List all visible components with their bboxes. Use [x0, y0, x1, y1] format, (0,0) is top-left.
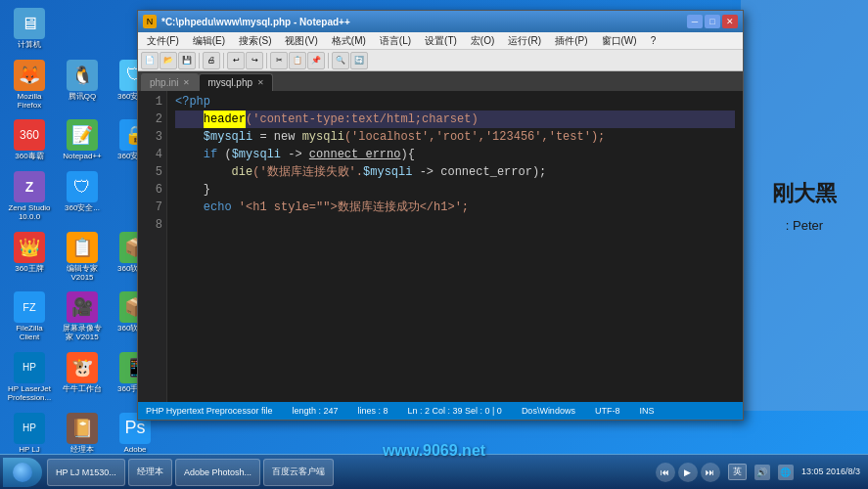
desktop-icon-360w[interactable]: 👑 360王牌: [5, 229, 54, 286]
volume-icon[interactable]: 🔊: [754, 465, 770, 480]
menu-format[interactable]: 格式(M): [326, 33, 372, 49]
desktop-icon-filezilla[interactable]: FZ FileZilla Client: [5, 289, 54, 345]
toolbar-print[interactable]: 🖨: [203, 52, 220, 69]
toolbar-sep-4: [328, 53, 329, 68]
token-mysqli-var-2: $mysqli: [232, 146, 281, 163]
toolbar-find[interactable]: 🔍: [332, 52, 349, 69]
tab-mysqlphp-close[interactable]: ✕: [257, 78, 264, 87]
tab-mysqlphp[interactable]: mysql.php ✕: [199, 73, 273, 91]
menu-settings[interactable]: 设置(T): [419, 33, 463, 49]
taskbar-baidu-label: 百度云客户端: [272, 466, 325, 478]
code-line-3: $mysqli = new mysqli('localhost','root',…: [175, 128, 735, 146]
taskbar-app-jingli[interactable]: 经理本: [128, 459, 172, 486]
token-indent-5: [175, 163, 232, 181]
menu-search[interactable]: 搜索(S): [233, 33, 277, 49]
icon-label-qq: 腾讯QQ: [69, 93, 96, 102]
token-connect-error: connect_error);: [440, 163, 546, 181]
token-mysqli-args: ('localhost','root','123456','test');: [344, 128, 605, 146]
tab-phpini-close[interactable]: ✕: [183, 78, 190, 87]
notepad-app-icon: N: [143, 15, 157, 28]
status-ins: INS: [639, 406, 654, 416]
status-length: length : 247: [292, 406, 338, 416]
toolbar-paste[interactable]: 📌: [307, 52, 325, 69]
start-button[interactable]: [3, 458, 42, 487]
menu-window[interactable]: 窗口(W): [596, 33, 643, 49]
toolbar-replace[interactable]: 🔄: [350, 52, 368, 69]
desktop-icon-computer[interactable]: 🖥 计算机: [5, 5, 54, 53]
desktop-icon-firefox[interactable]: 🦊 Mozilla Firefox: [5, 57, 54, 113]
token-paren-open: (: [217, 146, 231, 163]
network-icon[interactable]: 🌐: [778, 465, 794, 480]
menu-run[interactable]: 运行(R): [502, 33, 547, 49]
taskbar-apps: HP LJ M1530... 经理本 Adobe Photosh... 百度云客…: [47, 459, 656, 486]
desktop-icon-hp-laser[interactable]: HP HP LaserJet Profession...: [5, 349, 54, 406]
desktop-icon-zend[interactable]: Z Zend Studio 10.0.0: [5, 168, 54, 225]
media-next-button[interactable]: ⏭: [701, 463, 720, 482]
token-mysqli-var-3: $mysqli: [363, 163, 412, 181]
code-line-8: [175, 216, 735, 234]
token-eq: = new: [252, 128, 301, 146]
toolbar-save[interactable]: 💾: [178, 52, 196, 69]
toolbar-redo[interactable]: ↪: [246, 52, 263, 69]
close-button[interactable]: ✕: [722, 15, 738, 28]
menu-file[interactable]: 文件(F): [141, 33, 185, 49]
toolbar-open[interactable]: 📂: [160, 52, 177, 69]
toolbar-cut[interactable]: ✂: [270, 52, 288, 69]
status-bar: PHP Hypertext Preprocessor file length :…: [138, 402, 743, 420]
toolbar-undo[interactable]: ↩: [227, 52, 245, 69]
menu-plugin[interactable]: 插件(P): [549, 33, 593, 49]
icon-label-computer: 计算机: [18, 41, 41, 50]
desktop-icon-editor[interactable]: 📋 编辑专家 V2015: [58, 229, 107, 286]
menu-macro[interactable]: 宏(O): [465, 33, 500, 49]
language-toggle[interactable]: 英: [728, 464, 747, 480]
token-echo-kw: echo: [204, 199, 232, 216]
status-lineending: Dos\Windows: [522, 406, 575, 416]
toolbar-copy[interactable]: 📋: [289, 52, 306, 69]
toolbar-sep-1: [199, 53, 200, 68]
right-panel-sub: : Peter: [786, 218, 823, 233]
desktop: 🖥 计算机 🦊 Mozilla Firefox 🐧 腾讯QQ 🛡 360安全..…: [0, 0, 868, 489]
status-lines: lines : 8: [357, 406, 388, 416]
tab-phpini[interactable]: php.ini ✕: [141, 73, 199, 91]
menu-view[interactable]: 视图(V): [279, 33, 323, 49]
token-connect-errno: connect_errno: [309, 146, 401, 163]
icon-label-zend: Zend Studio 10.0.0: [8, 204, 51, 222]
desktop-icon-notepad[interactable]: 📝 Notepad++: [58, 116, 107, 164]
desktop-icon-qq[interactable]: 🐧 腾讯QQ: [58, 57, 107, 113]
status-filetype: PHP Hypertext Preprocessor file: [146, 406, 272, 416]
menu-help[interactable]: ?: [645, 34, 662, 47]
token-die-str: ('数据库连接失败'.: [252, 163, 363, 181]
right-panel-title: 刚大黑: [772, 179, 837, 208]
desktop-icon-360-2[interactable]: 360 360毒霸: [5, 116, 54, 164]
code-line-6: }: [175, 181, 735, 199]
taskbar-app-baidu[interactable]: 百度云客户端: [263, 459, 334, 486]
menu-language[interactable]: 语言(L): [374, 33, 417, 49]
desktop-icon-niuniu[interactable]: 🐮 牛牛工作台: [58, 349, 107, 406]
status-cursor: Ln : 2 Col : 39 Sel : 0 | 0: [407, 406, 501, 416]
toolbar-sep-2: [223, 53, 224, 68]
token-arrow-2: ->: [412, 163, 440, 181]
desktop-icon-screen-rec[interactable]: 🎥 屏幕录像专家 V2015: [58, 289, 107, 345]
title-bar: N *C:\phpedu\www\mysql.php - Notepad++ ─…: [138, 11, 743, 32]
taskbar-app-hp[interactable]: HP LJ M1530...: [47, 459, 125, 486]
desktop-icon-360-4[interactable]: 🛡 360安全...: [58, 168, 107, 225]
icon-label-filezilla: FileZilla Client: [8, 325, 51, 342]
notepad-window: N *C:\phpedu\www\mysql.php - Notepad++ ─…: [137, 10, 744, 421]
start-orb: [13, 463, 32, 482]
icon-label-hp-laser: HP LaserJet Profession...: [8, 385, 51, 403]
toolbar-new[interactable]: 📄: [141, 52, 159, 69]
maximize-button[interactable]: □: [705, 15, 720, 28]
code-editor[interactable]: 1 2 3 4 5 6 7 8 <?php header('content-ty…: [138, 91, 743, 402]
code-content[interactable]: <?php header('content-type:text/html;cha…: [167, 91, 743, 402]
taskbar-right: 英 🔊 🌐 13:05 2016/8/3: [720, 464, 868, 480]
media-play-button[interactable]: ▶: [678, 463, 698, 482]
menu-edit[interactable]: 编辑(E): [187, 33, 231, 49]
taskbar-app-photoshop[interactable]: Adobe Photosh...: [175, 459, 260, 486]
media-prev-button[interactable]: ⏮: [656, 463, 675, 482]
system-clock[interactable]: 13:05 2016/8/3: [801, 467, 860, 478]
code-line-7: echo '<h1 style="">数据库连接成功</h1>';: [175, 199, 735, 216]
icon-label-screen-rec: 屏幕录像专家 V2015: [61, 325, 104, 342]
minimize-button[interactable]: ─: [687, 15, 703, 28]
code-line-4: if ($mysqli -> connect_errno){: [175, 146, 735, 163]
token-if-kw: if: [204, 146, 217, 163]
